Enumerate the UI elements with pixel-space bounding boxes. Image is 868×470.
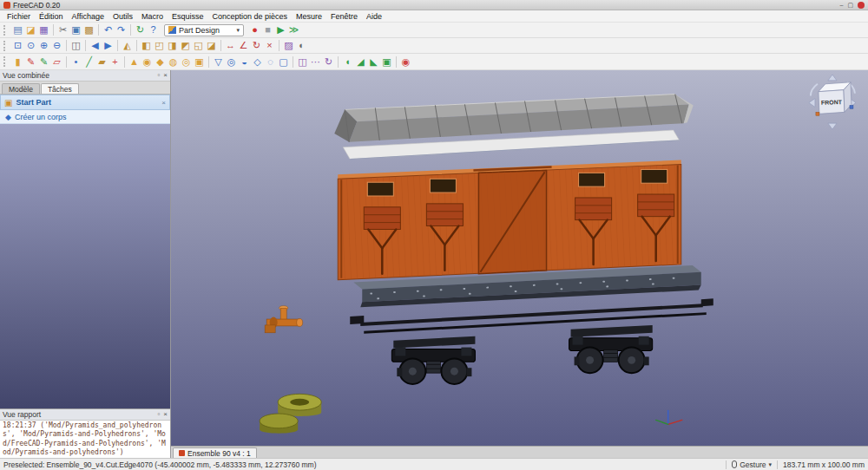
menu-item-7[interactable]: Mesure — [292, 12, 326, 21]
zoom-out-icon[interactable]: ⊖ — [50, 39, 63, 52]
paste-icon[interactable]: ▩ — [82, 23, 95, 36]
datum-plane-icon[interactable]: ▰ — [95, 55, 108, 69]
measure-clear-icon[interactable]: × — [263, 39, 276, 52]
fit-all-icon[interactable]: ⊡ — [11, 39, 24, 52]
panel-float-icon[interactable]: ▫ — [157, 410, 160, 419]
toolbar-grip[interactable] — [3, 56, 8, 67]
pad-icon[interactable]: ▲ — [128, 55, 141, 69]
report-view-header[interactable]: Vue rapport ▫ × — [0, 409, 170, 421]
view-left-icon[interactable]: ◪ — [205, 39, 218, 52]
whats-this-icon[interactable]: ? — [147, 23, 160, 36]
brake-part[interactable] — [265, 306, 303, 333]
combined-view-header[interactable]: Vue combinée ▫ × — [0, 70, 170, 82]
map-sketch-icon[interactable]: ▱ — [50, 55, 63, 69]
olive-parts[interactable] — [260, 394, 321, 433]
linear-pattern-icon[interactable]: ⋯ — [309, 55, 322, 69]
menu-item-6[interactable]: Conception de pièces — [207, 12, 292, 21]
open-file-icon[interactable]: ◪ — [24, 23, 37, 36]
wagon-underframe[interactable] — [350, 298, 713, 384]
datum-line-icon[interactable]: ╱ — [82, 55, 95, 69]
tab-modele[interactable]: Modèle — [2, 83, 40, 94]
menu-item-8[interactable]: Fenêtre — [326, 12, 362, 21]
cut-icon[interactable]: ✂ — [56, 23, 69, 36]
report-log[interactable]: 18:21:37 ('Mod/Pyramids_and_polyhedrons'… — [0, 421, 170, 458]
menu-item-3[interactable]: Outils — [108, 12, 137, 21]
menu-item-4[interactable]: Macro — [137, 12, 168, 21]
groove-icon[interactable]: ◒ — [238, 55, 251, 69]
measure-refresh-icon[interactable]: ↻ — [250, 39, 263, 52]
macro-debug-icon[interactable]: ≫ — [287, 23, 300, 36]
new-file-icon[interactable]: ▤ — [11, 23, 24, 36]
save-file-icon[interactable]: ▦ — [37, 23, 50, 36]
tab-taches[interactable]: Tâches — [41, 83, 79, 94]
draft-icon[interactable]: ◣ — [367, 55, 380, 69]
view-front-icon[interactable]: ◧ — [140, 39, 153, 52]
titlebar[interactable]: FreeCAD 0.20 – ▢ — [0, 0, 868, 10]
additive-loft-icon[interactable]: ◆ — [154, 55, 167, 69]
view-isometric-icon[interactable]: ◭ — [121, 39, 134, 52]
toolbar-grip[interactable] — [3, 25, 8, 36]
menu-item-0[interactable]: Fichier — [3, 12, 35, 21]
fillet-icon[interactable]: ◖ — [341, 55, 354, 69]
create-sketch-icon[interactable]: ✎ — [24, 55, 37, 69]
texture-mapping-icon[interactable]: ▨ — [282, 39, 295, 52]
chamfer-icon[interactable]: ◢ — [354, 55, 367, 69]
boolean-operation-icon[interactable]: ◉ — [399, 55, 412, 69]
subtractive-primitive-icon[interactable]: ▢ — [277, 55, 290, 69]
create-body-icon[interactable]: ▮ — [11, 55, 24, 69]
nav-style-selector[interactable]: Gesture ▾ — [726, 460, 772, 469]
measure-linear-icon[interactable]: ↔ — [224, 39, 237, 52]
document-tab[interactable]: Ensemble 90 v4 : 1 — [173, 447, 257, 458]
polar-pattern-icon[interactable]: ↻ — [322, 55, 335, 69]
draw-style-icon[interactable]: ◫ — [69, 39, 82, 52]
additive-helix-icon[interactable]: ◎ — [180, 55, 193, 69]
task-group-close-icon[interactable]: × — [161, 99, 166, 107]
task-group-start-part[interactable]: ▣ Start Part × — [0, 95, 170, 110]
minimize-icon[interactable]: – — [839, 2, 843, 9]
subtractive-loft-icon[interactable]: ◇ — [251, 55, 264, 69]
subtractive-pipe-icon[interactable]: ◌ — [264, 55, 277, 69]
panel-close-icon[interactable]: × — [163, 410, 168, 419]
view-right-icon[interactable]: ◨ — [166, 39, 179, 52]
macro-execute-icon[interactable]: ▶ — [274, 23, 287, 36]
revolution-icon[interactable]: ◉ — [141, 55, 154, 69]
menu-item-2[interactable]: Affichage — [68, 12, 108, 21]
3d-viewport[interactable]: FRONT — [171, 70, 868, 446]
panel-close-icon[interactable]: × — [163, 71, 168, 80]
copy-icon[interactable]: ▣ — [69, 23, 82, 36]
datum-point-icon[interactable]: • — [69, 55, 82, 69]
nav-back-icon[interactable]: ◀ — [89, 39, 102, 52]
additive-primitive-icon[interactable]: ▣ — [193, 55, 206, 69]
panel-float-icon[interactable]: ▫ — [157, 71, 160, 80]
toolbar-grip[interactable] — [3, 41, 8, 51]
workbench-selector[interactable]: Part Design ▾ — [164, 24, 244, 36]
macro-record-icon[interactable]: ● — [248, 23, 261, 36]
additive-pipe-icon[interactable]: ◍ — [167, 55, 180, 69]
menu-item-5[interactable]: Esquisse — [168, 12, 208, 21]
zoom-in-icon[interactable]: ⊕ — [37, 39, 50, 52]
navigation-cube[interactable]: FRONT — [809, 75, 856, 129]
view-top-icon[interactable]: ◰ — [153, 39, 166, 52]
coordinate-system-icon[interactable]: + — [108, 55, 122, 69]
undo-icon[interactable]: ↶ — [102, 23, 115, 36]
thickness-icon[interactable]: ▣ — [380, 55, 393, 69]
menu-item-9[interactable]: Aide — [362, 12, 386, 21]
close-icon[interactable] — [858, 2, 865, 9]
view-bottom-icon[interactable]: ◱ — [192, 39, 205, 52]
measure-angular-icon[interactable]: ∠ — [237, 39, 250, 52]
maximize-icon[interactable]: ▢ — [847, 2, 853, 9]
fit-selection-icon[interactable]: ⊙ — [24, 39, 37, 52]
wagon-body[interactable] — [338, 160, 681, 280]
view-rear-icon[interactable]: ◩ — [179, 39, 192, 52]
redo-icon[interactable]: ↷ — [115, 23, 128, 36]
mirrored-icon[interactable]: ◫ — [296, 55, 309, 69]
menu-item-1[interactable]: Édition — [35, 12, 68, 21]
edit-sketch-icon[interactable]: ✎ — [37, 55, 50, 69]
create-body-link[interactable]: ◆ Créer un corps — [0, 110, 170, 124]
macro-stop-icon[interactable]: ■ — [261, 23, 274, 36]
toggle-clipping-icon[interactable]: ◐ — [295, 39, 308, 52]
nav-forward-icon[interactable]: ▶ — [102, 39, 115, 52]
hole-icon[interactable]: ◎ — [225, 55, 238, 69]
pocket-icon[interactable]: ▽ — [212, 55, 225, 69]
refresh-icon[interactable]: ↻ — [134, 23, 147, 36]
